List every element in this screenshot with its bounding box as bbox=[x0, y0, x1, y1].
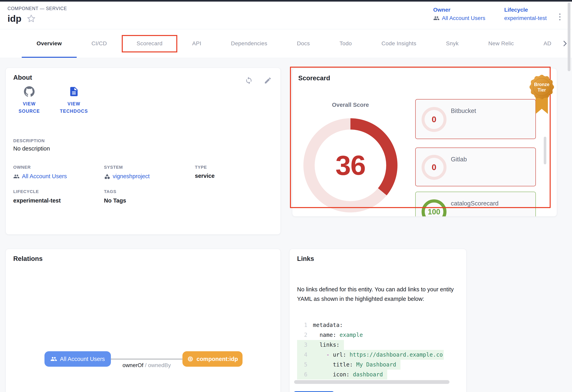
tab-label: AD bbox=[543, 40, 551, 47]
tab-api[interactable]: API bbox=[177, 29, 216, 58]
lifecycle-field-value: experimental-test bbox=[13, 197, 61, 204]
tab-list: OverviewCI/CDScorecardAPIDependenciesDoc… bbox=[22, 29, 572, 58]
badge-line2: Tier bbox=[538, 87, 546, 93]
tab-label: Overview bbox=[37, 40, 62, 47]
tab-code-insights[interactable]: Code Insights bbox=[367, 29, 431, 58]
tab-ad[interactable]: AD bbox=[529, 29, 566, 58]
tab-docs[interactable]: Docs bbox=[282, 29, 325, 58]
system-field-link[interactable]: vigneshproject bbox=[104, 173, 150, 180]
people-icon bbox=[50, 356, 57, 362]
score-ring: 0 bbox=[422, 107, 446, 132]
overall-score-gauge: 36 bbox=[303, 118, 397, 212]
code-line-text: name: example bbox=[307, 330, 363, 340]
favorite-star-icon[interactable] bbox=[27, 14, 36, 23]
owner-link[interactable]: All Account Users bbox=[433, 15, 485, 21]
owner-value: All Account Users bbox=[442, 15, 485, 21]
bronze-tier-badge: Bronze Tier bbox=[527, 70, 557, 115]
view-techdocs-link[interactable]: VIEW TECHDOCS bbox=[55, 86, 93, 115]
tab-label: Dependencies bbox=[231, 40, 268, 47]
scorecard-list-scrollbar[interactable] bbox=[544, 137, 546, 164]
entity-tabbar: OverviewCI/CDScorecardAPIDependenciesDoc… bbox=[0, 29, 572, 58]
relations-card: Relations All Account Users component:id… bbox=[5, 249, 281, 392]
view-source-link[interactable]: VIEW SOURCE bbox=[11, 86, 48, 115]
links-empty-message: No links defined for this entity. You ca… bbox=[297, 285, 459, 304]
code-line-number: 6 bbox=[297, 370, 307, 379]
edge-label-separator: / bbox=[143, 362, 148, 368]
lifecycle-value: experimental-test bbox=[504, 15, 547, 21]
description-label: DESCRIPTION bbox=[13, 138, 45, 143]
tab-label: API bbox=[192, 40, 201, 47]
owner-field-link[interactable]: All Account Users bbox=[13, 173, 67, 180]
header-owner-group: Owner All Account Users bbox=[433, 7, 485, 21]
lifecycle-label: Lifecycle bbox=[504, 7, 547, 13]
score-value: 0 bbox=[432, 115, 436, 124]
scorecard-item-label: catalogScorecard bbox=[451, 200, 498, 207]
relations-title: Relations bbox=[13, 255, 43, 262]
code-line-number: 3 bbox=[297, 340, 307, 350]
about-title: About bbox=[13, 74, 32, 81]
github-icon bbox=[24, 86, 35, 97]
scorecard-item-bitbucket[interactable]: 0Bitbucket bbox=[415, 99, 536, 139]
score-ring: 100 bbox=[422, 199, 446, 217]
owner-field-label: OWNER bbox=[13, 165, 31, 170]
code-line-2: 2 name: example bbox=[297, 330, 367, 340]
code-line-text: icon: dashboard bbox=[307, 370, 383, 379]
page-title: idp bbox=[8, 13, 21, 24]
tab-dependencies[interactable]: Dependencies bbox=[216, 29, 282, 58]
entity-header: COMPONENT — SERVICE idp Owner All Accoun… bbox=[0, 1, 572, 29]
code-line-number: 5 bbox=[297, 360, 307, 370]
tags-field-value: No Tags bbox=[104, 197, 126, 204]
relation-node-owner[interactable]: All Account Users bbox=[45, 351, 111, 367]
tab-new-relic[interactable]: New Relic bbox=[473, 29, 529, 58]
code-line-text: title: My Dashboard bbox=[307, 360, 396, 370]
scorecard-item-gitlab[interactable]: 0Gitlab bbox=[415, 147, 536, 186]
more-options-kebab-icon[interactable] bbox=[558, 12, 562, 22]
scorecard-item-label: Gitlab bbox=[451, 156, 467, 163]
tags-field-label: TAGS bbox=[104, 189, 116, 194]
page-scrollbar[interactable] bbox=[568, 2, 571, 71]
links-card: Links No links defined for this entity. … bbox=[289, 249, 466, 392]
description-value: No description bbox=[13, 145, 50, 152]
code-line-number: 2 bbox=[297, 330, 307, 340]
tab-todo[interactable]: Todo bbox=[325, 29, 367, 58]
people-icon bbox=[13, 173, 20, 180]
tab-snyk[interactable]: Snyk bbox=[431, 29, 474, 58]
tab-label: Scorecard bbox=[137, 40, 162, 47]
code-line-text: links: bbox=[307, 340, 340, 350]
type-field-value: service bbox=[195, 173, 215, 179]
breadcrumb: COMPONENT — SERVICE bbox=[8, 6, 67, 11]
system-field-label: SYSTEM bbox=[104, 165, 123, 170]
code-line-3: 3 links: bbox=[297, 340, 344, 350]
score-value: 100 bbox=[428, 208, 440, 216]
tab-label: Todo bbox=[340, 40, 352, 47]
code-line-number: 4 bbox=[297, 350, 307, 360]
links-action-button[interactable] bbox=[294, 391, 334, 392]
people-icon bbox=[433, 15, 440, 21]
scorecard-item-list: 0Bitbucket0Gitlab100catalogScorecard bbox=[415, 68, 536, 216]
tab-overview[interactable]: Overview bbox=[22, 29, 77, 58]
score-value: 0 bbox=[432, 163, 436, 172]
code-line-1: 1metadata: bbox=[297, 320, 347, 330]
system-category-icon bbox=[104, 173, 110, 180]
edge-label-ownerof: ownerOf bbox=[123, 362, 143, 368]
code-horizontal-scrollbar[interactable] bbox=[294, 380, 449, 384]
view-source-label: VIEW SOURCE bbox=[13, 100, 46, 115]
code-line-4: 4 - url: https://dashboard.example.co bbox=[297, 350, 444, 360]
relation-node-component[interactable]: component:idp bbox=[182, 351, 242, 367]
badge-line1: Bronze bbox=[534, 82, 549, 87]
tab-label: New Relic bbox=[488, 40, 514, 47]
refresh-icon[interactable] bbox=[245, 77, 253, 84]
overall-score-label: Overall Score bbox=[321, 102, 380, 108]
relation-source-label: All Account Users bbox=[60, 356, 105, 362]
tab-ci-cd[interactable]: CI/CD bbox=[77, 29, 122, 58]
tab-scorecard[interactable]: Scorecard bbox=[122, 29, 177, 58]
header-lifecycle-group: Lifecycle experimental-test bbox=[504, 7, 547, 21]
code-line-6: 6 icon: dashboard bbox=[297, 370, 387, 379]
tab-label: Code Insights bbox=[381, 40, 416, 47]
scorecard-item-catalogscorecard[interactable]: 100catalogScorecard bbox=[415, 192, 536, 217]
relation-target-label: component:idp bbox=[196, 356, 238, 362]
edit-pencil-icon[interactable] bbox=[264, 77, 272, 84]
owner-field-value: All Account Users bbox=[22, 173, 67, 180]
tab-label: CI/CD bbox=[92, 40, 107, 47]
code-line-5: 5 title: My Dashboard bbox=[297, 360, 400, 370]
